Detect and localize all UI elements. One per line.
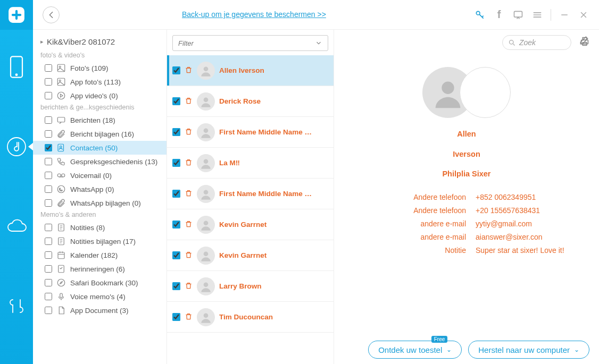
contact-name: Tim Ducouncan xyxy=(219,313,273,321)
tree-checkbox[interactable] xyxy=(45,78,52,86)
detail-field-row: andere e-mailaianswer@sixer.con xyxy=(344,233,589,241)
tree-checkbox[interactable] xyxy=(45,172,52,179)
tree-item-appdoc[interactable]: App Document (3) xyxy=(33,303,167,317)
backup-link[interactable]: Back-up om je gegevens te beschermen >> xyxy=(182,10,326,19)
tree-item-calendar[interactable]: Kalender (182) xyxy=(33,248,167,262)
delete-contact-button[interactable] xyxy=(185,312,193,322)
tree-checkbox[interactable] xyxy=(45,251,52,259)
delete-contact-button[interactable] xyxy=(185,97,193,106)
contact-row[interactable]: Allen Iverson xyxy=(167,55,334,86)
minimize-button[interactable] xyxy=(559,9,570,21)
tree-item-app-photos[interactable]: App foto's (113) xyxy=(33,75,167,89)
contact-name: First Name Middle Name La... xyxy=(219,190,315,198)
tree-item-notes-att[interactable]: Notities bijlagen (17) xyxy=(33,234,167,248)
tree-item-voicememo[interactable]: Voice memo's (4) xyxy=(33,290,167,303)
contact-checkbox[interactable] xyxy=(172,128,180,136)
menu-icon[interactable] xyxy=(531,9,543,21)
contact-checkbox[interactable] xyxy=(172,313,180,321)
delete-contact-button[interactable] xyxy=(185,189,193,199)
delete-contact-button[interactable] xyxy=(185,158,193,168)
svg-point-33 xyxy=(204,251,209,256)
svg-point-28 xyxy=(204,97,209,102)
delete-contact-button[interactable] xyxy=(185,66,193,75)
delete-contact-button[interactable] xyxy=(185,220,193,230)
tree-item-safari[interactable]: Safari Bookmark (30) xyxy=(33,276,167,290)
contact-row[interactable]: Kevin Garrnet xyxy=(167,209,334,240)
edit-button[interactable] xyxy=(579,35,589,48)
delete-contact-button[interactable] xyxy=(185,251,193,260)
tree-checkbox[interactable] xyxy=(45,265,52,273)
tree-item-contacts[interactable]: Contacten (50) xyxy=(33,141,167,155)
contact-row[interactable]: Kevin Garrnet xyxy=(167,240,334,271)
tree-item-reminders[interactable]: herinneringen (6) xyxy=(33,262,167,276)
tree-item-photos[interactable]: Foto's (109) xyxy=(33,61,167,75)
tree-checkbox[interactable] xyxy=(45,224,52,231)
app-photos-icon xyxy=(56,77,66,87)
svg-point-2 xyxy=(15,74,18,76)
svg-point-18 xyxy=(57,174,61,177)
contact-checkbox[interactable] xyxy=(172,159,180,167)
device-title[interactable]: Kik&Viber2 081072 xyxy=(33,35,167,50)
tree-checkbox[interactable] xyxy=(45,116,52,124)
contact-checkbox[interactable] xyxy=(172,221,180,228)
contact-checkbox[interactable] xyxy=(172,251,180,259)
tree-checkbox[interactable] xyxy=(45,158,52,165)
contact-checkbox[interactable] xyxy=(172,66,180,74)
trash-icon xyxy=(185,282,193,290)
notes-att-icon xyxy=(56,236,66,246)
tree-checkbox[interactable] xyxy=(45,144,52,151)
tree-checkbox[interactable] xyxy=(45,92,52,99)
restore-computer-button[interactable]: Herstel naar uw computer ⌄ xyxy=(468,341,589,359)
tree-checkbox[interactable] xyxy=(45,307,52,314)
tree-item-messages[interactable]: Berichten (18) xyxy=(33,113,167,127)
contact-row[interactable]: Derick Rose xyxy=(167,86,334,117)
tree-checkbox[interactable] xyxy=(45,238,52,245)
contact-row[interactable]: First Name Middle Name La... xyxy=(167,179,334,209)
delete-contact-button[interactable] xyxy=(185,282,193,291)
facebook-icon[interactable]: f xyxy=(493,9,505,21)
feedback-icon[interactable] xyxy=(512,9,524,21)
discover-label: Ontdek uw toestel xyxy=(378,345,442,354)
rail-tools[interactable] xyxy=(0,285,33,327)
contact-row[interactable]: La M‼ xyxy=(167,148,334,179)
contact-avatar xyxy=(197,247,215,265)
tree-group-label: Memo's & anderen xyxy=(33,210,167,221)
contact-checkbox[interactable] xyxy=(172,282,180,290)
delete-contact-button[interactable] xyxy=(185,128,193,137)
tree-item-msg-attach[interactable]: Bericht bijlagen (16) xyxy=(33,127,167,141)
tree-item-app-videos[interactable]: App video's (0) xyxy=(33,89,167,103)
tree-item-notes[interactable]: Notities (8) xyxy=(33,221,167,234)
tree-item-whatsapp[interactable]: WhatsApp (0) xyxy=(33,182,167,196)
plus-logo-icon xyxy=(7,6,26,24)
close-button[interactable] xyxy=(578,9,589,21)
contact-avatar xyxy=(197,277,215,295)
contact-row[interactable]: Larry Brown xyxy=(167,271,334,302)
tree-item-whatsapp-att[interactable]: WhatsApp bijlagen (0) xyxy=(33,196,167,210)
rail-media[interactable] xyxy=(0,125,33,168)
back-button[interactable] xyxy=(43,6,60,23)
avatar-secondary xyxy=(460,67,511,118)
contact-checkbox[interactable] xyxy=(172,190,180,198)
key-icon[interactable] xyxy=(474,9,486,21)
rail-cloud[interactable] xyxy=(0,205,33,248)
svg-rect-5 xyxy=(514,11,522,17)
rail-phone[interactable] xyxy=(0,46,33,88)
discover-device-button[interactable]: Free Ontdek uw toestel ⌄ xyxy=(368,341,462,359)
contact-checkbox[interactable] xyxy=(172,97,180,105)
tree-checkbox[interactable] xyxy=(45,185,52,193)
tree-checkbox[interactable] xyxy=(45,130,52,138)
tree-item-callhist[interactable]: Gespreksgeschiedenis (13) xyxy=(33,155,167,168)
tree-checkbox[interactable] xyxy=(45,64,52,72)
tree-checkbox[interactable] xyxy=(45,279,52,286)
contact-row[interactable]: Tim Ducouncan xyxy=(167,302,334,333)
tree-checkbox[interactable] xyxy=(45,199,52,207)
trash-icon xyxy=(185,189,193,197)
detail-field-label: Andere telefoon xyxy=(344,193,466,201)
svg-point-30 xyxy=(204,159,209,164)
svg-point-17 xyxy=(60,146,62,148)
contact-row[interactable]: First Name Middle Name La... xyxy=(167,117,334,148)
contacts-list: Allen IversonDerick RoseFirst Name Middl… xyxy=(167,55,334,364)
filter-dropdown[interactable]: Filter xyxy=(172,35,328,51)
tree-item-voicemail[interactable]: Voicemail (0) xyxy=(33,168,167,182)
tree-checkbox[interactable] xyxy=(45,293,52,300)
